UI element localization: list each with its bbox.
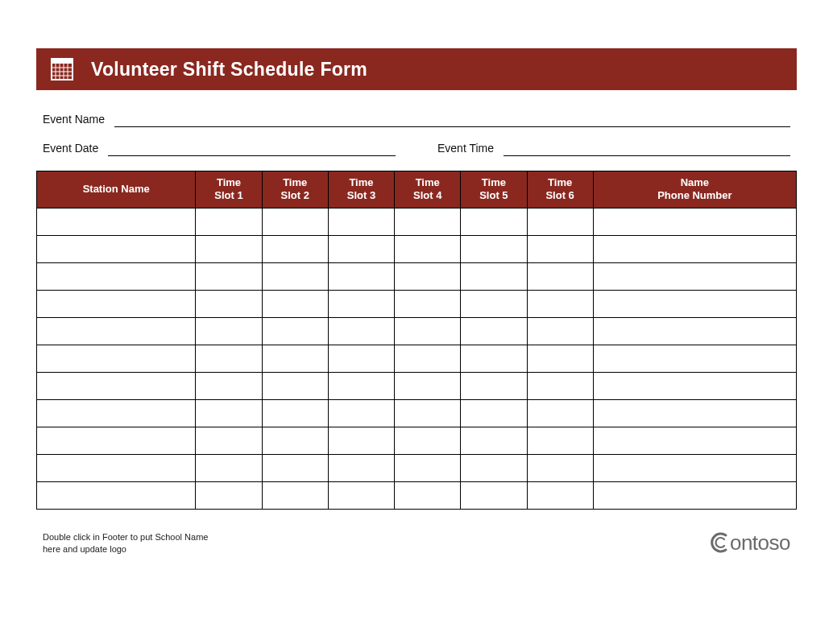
cell-station[interactable]: [37, 317, 196, 345]
cell-slot[interactable]: [262, 317, 328, 345]
cell-slot[interactable]: [527, 345, 593, 372]
cell-name[interactable]: [593, 427, 796, 454]
cell-slot[interactable]: [196, 345, 262, 372]
cell-station[interactable]: [37, 262, 196, 290]
cell-slot[interactable]: [461, 262, 527, 290]
cell-slot[interactable]: [196, 235, 262, 262]
cell-slot[interactable]: [395, 208, 461, 235]
cell-slot[interactable]: [527, 317, 593, 345]
cell-name[interactable]: [593, 399, 796, 427]
cell-slot[interactable]: [461, 372, 527, 399]
cell-slot[interactable]: [527, 372, 593, 399]
cell-slot[interactable]: [395, 317, 461, 345]
cell-slot[interactable]: [461, 454, 527, 481]
table-row: [37, 399, 797, 427]
cell-slot[interactable]: [395, 454, 461, 481]
cell-station[interactable]: [37, 454, 196, 481]
cell-slot[interactable]: [328, 262, 394, 290]
document-container: Volunteer Shift Schedule Form Event Name…: [36, 48, 797, 555]
cell-slot[interactable]: [395, 399, 461, 427]
cell-slot[interactable]: [527, 481, 593, 509]
cell-slot[interactable]: [262, 481, 328, 509]
cell-name[interactable]: [593, 262, 796, 290]
col-station-name: Station Name: [37, 171, 196, 208]
cell-slot[interactable]: [527, 454, 593, 481]
cell-slot[interactable]: [527, 235, 593, 262]
cell-slot[interactable]: [395, 481, 461, 509]
cell-name[interactable]: [593, 454, 796, 481]
cell-slot[interactable]: [196, 317, 262, 345]
cell-station[interactable]: [37, 399, 196, 427]
cell-slot[interactable]: [461, 208, 527, 235]
cell-slot[interactable]: [395, 427, 461, 454]
cell-name[interactable]: [593, 208, 796, 235]
cell-slot[interactable]: [328, 427, 394, 454]
cell-slot[interactable]: [328, 481, 394, 509]
cell-slot[interactable]: [461, 399, 527, 427]
cell-slot[interactable]: [328, 399, 394, 427]
cell-station[interactable]: [37, 427, 196, 454]
cell-slot[interactable]: [328, 454, 394, 481]
cell-slot[interactable]: [461, 481, 527, 509]
cell-slot[interactable]: [196, 399, 262, 427]
cell-slot[interactable]: [262, 262, 328, 290]
cell-slot[interactable]: [196, 208, 262, 235]
cell-slot[interactable]: [262, 235, 328, 262]
cell-slot[interactable]: [527, 427, 593, 454]
cell-slot[interactable]: [262, 399, 328, 427]
cell-slot[interactable]: [328, 345, 394, 372]
cell-slot[interactable]: [196, 290, 262, 317]
cell-slot[interactable]: [461, 290, 527, 317]
cell-name[interactable]: [593, 290, 796, 317]
event-date-input[interactable]: [108, 142, 396, 156]
cell-slot[interactable]: [395, 372, 461, 399]
event-time-label: Event Time: [437, 142, 494, 156]
cell-slot[interactable]: [262, 454, 328, 481]
cell-station[interactable]: [37, 208, 196, 235]
footer-note-line2: here and update logo: [43, 543, 208, 555]
cell-slot[interactable]: [196, 372, 262, 399]
cell-slot[interactable]: [196, 427, 262, 454]
cell-name[interactable]: [593, 235, 796, 262]
cell-slot[interactable]: [328, 290, 394, 317]
cell-name[interactable]: [593, 372, 796, 399]
cell-slot[interactable]: [527, 262, 593, 290]
cell-slot[interactable]: [328, 317, 394, 345]
cell-slot[interactable]: [196, 481, 262, 509]
cell-slot[interactable]: [395, 290, 461, 317]
cell-slot[interactable]: [262, 427, 328, 454]
cell-station[interactable]: [37, 481, 196, 509]
cell-slot[interactable]: [527, 290, 593, 317]
cell-slot[interactable]: [262, 208, 328, 235]
cell-slot[interactable]: [395, 262, 461, 290]
cell-slot[interactable]: [262, 345, 328, 372]
header-bar: Volunteer Shift Schedule Form: [36, 48, 797, 90]
cell-name[interactable]: [593, 345, 796, 372]
footer-note-line1: Double click in Footer to put School Nam…: [43, 531, 208, 543]
cell-slot[interactable]: [395, 345, 461, 372]
cell-slot[interactable]: [461, 235, 527, 262]
cell-slot[interactable]: [527, 208, 593, 235]
cell-slot[interactable]: [262, 290, 328, 317]
cell-slot[interactable]: [196, 454, 262, 481]
cell-slot[interactable]: [461, 345, 527, 372]
cell-slot[interactable]: [328, 235, 394, 262]
event-time-input[interactable]: [504, 142, 790, 156]
cell-station[interactable]: [37, 290, 196, 317]
col-slot4-l2: Slot 4: [398, 189, 457, 202]
cell-slot[interactable]: [328, 208, 394, 235]
svg-rect-1: [52, 59, 73, 64]
cell-station[interactable]: [37, 345, 196, 372]
event-name-input[interactable]: [114, 113, 790, 127]
cell-slot[interactable]: [395, 235, 461, 262]
cell-slot[interactable]: [461, 317, 527, 345]
cell-slot[interactable]: [328, 372, 394, 399]
cell-name[interactable]: [593, 481, 796, 509]
cell-slot[interactable]: [196, 262, 262, 290]
cell-slot[interactable]: [262, 372, 328, 399]
cell-station[interactable]: [37, 372, 196, 399]
cell-slot[interactable]: [461, 427, 527, 454]
cell-slot[interactable]: [527, 399, 593, 427]
cell-station[interactable]: [37, 235, 196, 262]
cell-name[interactable]: [593, 317, 796, 345]
